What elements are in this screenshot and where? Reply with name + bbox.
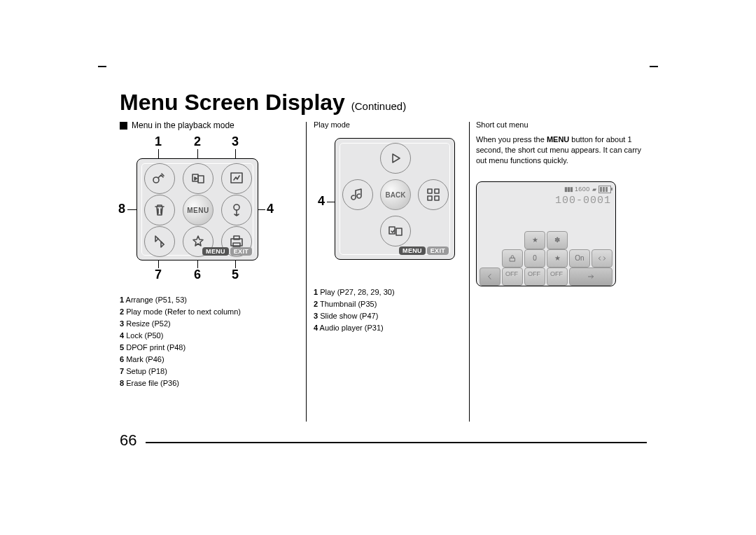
legend-text: Play (P27, 28, 29, 30) — [320, 288, 394, 296]
setup-icon — [144, 226, 175, 257]
play-icon — [380, 143, 411, 174]
callout-7: 7 — [155, 268, 162, 282]
svg-rect-11 — [435, 196, 439, 200]
callout-6: 6 — [194, 268, 201, 282]
shortcut-right-arrow-icon — [569, 268, 612, 286]
slideshow-icon — [380, 216, 411, 246]
file-number: 100-0001 — [555, 195, 611, 207]
legend-num: 2 — [120, 307, 124, 316]
legend-num: 1 — [314, 288, 318, 296]
back-center-label: BACK — [386, 191, 406, 199]
legend-num: 4 — [120, 331, 124, 340]
on-label: On — [575, 254, 584, 262]
legend-num: 3 — [314, 312, 318, 320]
shortcut-arrows-icon — [592, 249, 612, 268]
menu-center-label: MENU — [187, 207, 209, 214]
legend-num: 4 — [314, 324, 318, 332]
crop-mark — [650, 66, 658, 67]
col2-legend: 1 Play (P27, 28, 29, 30) 2 Thumbnail (P3… — [314, 286, 461, 334]
svg-rect-8 — [428, 189, 432, 193]
exit-pill: EXIT — [230, 247, 252, 256]
column-divider — [306, 122, 307, 422]
col1-heading-text: Menu in the playback mode — [132, 120, 234, 130]
icon-label: ✽ — [554, 236, 560, 244]
callout-1: 1 — [155, 134, 162, 149]
body-pre: When you press the — [476, 135, 547, 144]
play-mode-screen: BACK MENU EXIT — [335, 138, 455, 260]
legend-text: Slide show (P47) — [320, 312, 378, 320]
callout-8: 8 — [118, 202, 125, 216]
callout-4: 4 — [318, 194, 325, 209]
callout-5: 5 — [232, 268, 239, 282]
col3-body: When you press the MENU button for about… — [476, 134, 651, 166]
legend-text: Lock (P50) — [126, 331, 163, 340]
svg-rect-10 — [428, 196, 432, 200]
erase-icon — [144, 195, 175, 225]
shortcut-star-icon: ★ — [524, 231, 545, 249]
shortcut-left-arrow-icon — [479, 268, 500, 286]
shortcut-menu-screen: ▮▮▮ 1600 ▰ 100-0001 ★ ✽ 0 ★ On OFF OFF O… — [476, 181, 616, 286]
shortcut-count: 0 — [524, 249, 545, 268]
back-center: BACK — [380, 179, 411, 210]
legend-text: Play mode (Refer to next column) — [126, 307, 241, 316]
svg-rect-6 — [234, 236, 239, 239]
shortcut-lock-icon — [502, 249, 523, 268]
off-label: OFF — [547, 270, 566, 277]
column-shortcut: Short cut menu When you press the MENU b… — [476, 119, 651, 286]
count-label: 0 — [533, 254, 537, 262]
lock-icon — [221, 195, 252, 225]
col2-heading: Play mode — [314, 120, 461, 129]
image-size-label: 1600 — [575, 186, 590, 193]
audio-player-icon — [342, 179, 373, 210]
svg-rect-2 — [198, 176, 204, 183]
col1-legend: 1 Arrange (P51, 53) 2 Play mode (Refer t… — [120, 294, 295, 389]
arrange-icon — [144, 163, 175, 194]
svg-rect-13 — [396, 228, 402, 235]
title-sub: (Continued) — [351, 100, 406, 112]
heading-bullet — [120, 122, 127, 130]
legend-text: Setup (P18) — [126, 367, 167, 375]
legend-text: DPOF print (P48) — [126, 343, 186, 352]
callout-3: 3 — [232, 134, 239, 149]
icon-label: ★ — [532, 236, 538, 244]
playback-menu-screen: MENU MENU EXIT — [136, 158, 258, 260]
legend-num: 8 — [120, 379, 124, 387]
menu-pill: MENU — [202, 247, 229, 256]
legend-num: 1 — [120, 296, 124, 304]
footer-rule — [146, 442, 647, 443]
column-divider — [469, 122, 470, 422]
legend-num: 5 — [120, 343, 124, 352]
page-title: Menu Screen Display (Continued) — [120, 90, 406, 116]
thumbnail-icon — [418, 179, 449, 210]
column-playback-menu: Menu in the playback mode 1 2 3 8 4 7 6 … — [120, 119, 295, 389]
shortcut-on: On — [569, 249, 590, 268]
resize-icon — [221, 163, 252, 194]
body-bold: MENU — [547, 135, 569, 144]
menu-pill: MENU — [399, 246, 426, 255]
legend-num: 2 — [314, 300, 318, 308]
callout-4: 4 — [267, 202, 274, 216]
legend-num: 3 — [120, 319, 124, 328]
legend-num: 6 — [120, 355, 124, 363]
svg-rect-7 — [233, 243, 240, 246]
callout-2: 2 — [194, 134, 201, 149]
exit-pill: EXIT — [427, 246, 449, 255]
off-label: OFF — [524, 270, 544, 277]
legend-text: Resize (P52) — [126, 319, 171, 328]
col3-heading: Short cut menu — [476, 120, 651, 129]
shortcut-sparkle-icon: ✽ — [547, 231, 568, 249]
shortcut-grid: ★ ✽ 0 ★ On OFF OFF OFF — [477, 231, 615, 282]
legend-text: Erase file (P36) — [126, 379, 179, 387]
icon-label: ★ — [554, 254, 561, 262]
legend-text: Arrange (P51, 53) — [126, 296, 187, 304]
svg-rect-9 — [435, 189, 439, 193]
off-label: OFF — [502, 270, 522, 277]
status-bar: ▮▮▮ 1600 ▰ — [564, 186, 611, 193]
svg-point-4 — [234, 204, 239, 210]
crop-mark — [98, 66, 106, 67]
play-mode-icon — [183, 163, 214, 194]
menu-center: MENU — [183, 195, 214, 225]
page: { "page_number": "66", "title_main": "Me… — [0, 0, 756, 535]
title-main: Menu Screen Display — [120, 90, 345, 115]
svg-rect-14 — [510, 258, 515, 261]
